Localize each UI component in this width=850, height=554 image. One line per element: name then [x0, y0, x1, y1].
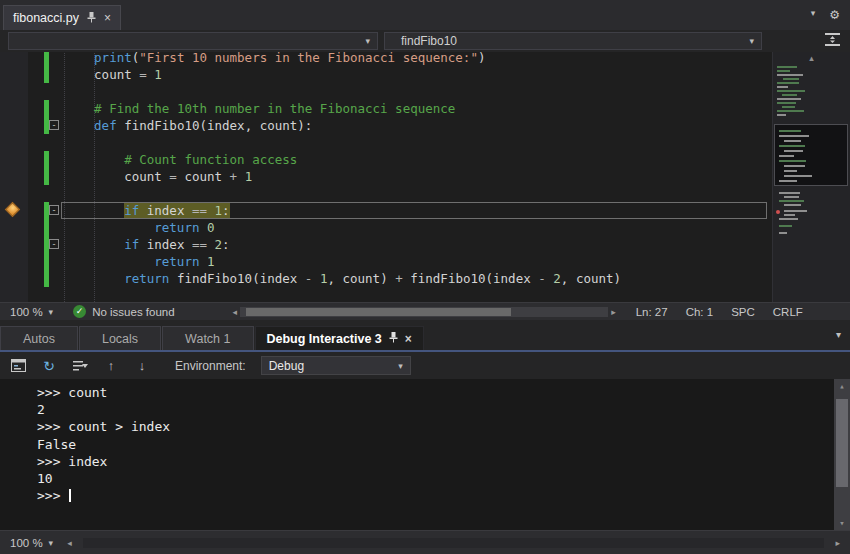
reset-repl-icon[interactable]: ↻ [41, 358, 57, 374]
fold-toggle-icon[interactable] [49, 205, 59, 215]
chevron-down-icon[interactable]: ▾ [811, 8, 816, 22]
editor-status-bar: 100 % ▾ ✓ No issues found ◂ ▸ Ln: 27 Ch:… [0, 302, 850, 320]
code-line[interactable]: print("First 10 numbers in the Fibonacci… [0, 52, 770, 66]
console-line: 2 [37, 402, 828, 419]
code-line[interactable]: if index == 1: [0, 202, 770, 219]
code-line[interactable]: # Count function access [0, 151, 770, 168]
code-line[interactable] [0, 83, 770, 100]
scrollbar-thumb[interactable] [246, 308, 511, 316]
window-controls: ▾ ⚙ [811, 8, 840, 22]
scroll-up-icon[interactable]: ▴ [834, 381, 850, 391]
environment-dropdown[interactable]: Debug ▾ [261, 356, 411, 375]
code-line-text: def findFibo10(index, count): [0, 117, 770, 134]
interactive-window-icon[interactable] [10, 358, 26, 374]
code-line[interactable]: def findFibo10(index, count): [0, 117, 770, 134]
issues-label: No issues found [92, 306, 174, 318]
change-indicator [44, 100, 49, 117]
pin-icon[interactable] [389, 331, 398, 346]
code-line[interactable] [0, 287, 770, 302]
interactive-console[interactable]: >>> count2>>> count > indexFalse>>> inde… [0, 379, 850, 530]
horizontal-scrollbar[interactable] [83, 538, 825, 548]
issues-indicator[interactable]: ✓ No issues found [73, 305, 174, 318]
minimap-line [779, 200, 804, 202]
change-indicator [44, 52, 49, 66]
minimap-line [779, 225, 792, 227]
history-next-icon[interactable]: ↓ [134, 358, 150, 374]
vertical-scrollbar[interactable]: ▴ ▾ [834, 379, 850, 530]
code-line[interactable]: count = 1 [0, 66, 770, 83]
minimap-line [777, 114, 786, 116]
code-editor[interactable]: print("First 10 numbers in the Fibonacci… [0, 52, 850, 302]
panel-tab-autos[interactable]: Autos [0, 326, 78, 350]
minimap-line [779, 160, 806, 162]
history-icon[interactable] [72, 358, 88, 374]
fold-toggle-icon[interactable] [49, 239, 59, 249]
code-line-text: return 1 [0, 253, 770, 270]
navigation-bar: ▾ findFibo10 ▾ [0, 30, 850, 52]
member-dropdown[interactable]: findFibo10 ▾ [384, 32, 762, 50]
panel-menu-chevron-icon[interactable]: ▾ [836, 329, 841, 340]
panel-tab-label: Debug Interactive 3 [267, 332, 382, 346]
history-previous-icon[interactable]: ↑ [103, 358, 119, 374]
code-line[interactable]: return 0 [0, 219, 770, 236]
panel-tab-debug-interactive-3[interactable]: Debug Interactive 3× [255, 326, 424, 350]
zoom-control[interactable]: 100 % ▾ [10, 306, 53, 318]
change-indicator [44, 168, 49, 185]
scroll-left-icon[interactable]: ◂ [67, 538, 72, 548]
gear-icon[interactable]: ⚙ [829, 8, 840, 22]
code-line-text: if index == 2: [0, 236, 770, 253]
minimap-breakpoint-dot [776, 210, 780, 214]
chevron-down-icon: ▾ [398, 361, 403, 371]
code-line[interactable]: if index == 2: [0, 236, 770, 253]
change-indicator [44, 66, 49, 83]
code-line[interactable]: count = count + 1 [0, 168, 770, 185]
minimap-line [782, 94, 797, 96]
zoom-control[interactable]: 100 % ▾ [10, 537, 53, 549]
code-line[interactable]: # Find the 10th number in the Fibonacci … [0, 100, 770, 117]
minimap-line [782, 106, 795, 108]
panel-tab-watch-1[interactable]: Watch 1 [162, 326, 253, 350]
console-line: >>> [37, 488, 828, 505]
split-editor-icon[interactable] [825, 32, 840, 50]
code-line-text: return findFibo10(index - 1, count) + fi… [0, 270, 770, 287]
fold-toggle-icon[interactable] [49, 120, 59, 130]
close-icon[interactable]: × [405, 332, 412, 346]
minimap-line [777, 86, 788, 88]
console-line: False [37, 437, 828, 454]
change-indicator [44, 219, 49, 236]
minimap-line [784, 204, 801, 206]
minimap[interactable]: ▴ [772, 52, 850, 302]
code-line[interactable]: return findFibo10(index - 1, count) + fi… [0, 270, 770, 287]
minimap-line [784, 165, 805, 167]
scrollbar-thumb[interactable] [836, 399, 848, 487]
check-icon: ✓ [73, 305, 86, 318]
code-line[interactable] [0, 185, 770, 202]
horizontal-scrollbar[interactable] [240, 307, 608, 317]
minimap-line [783, 78, 799, 80]
pin-icon[interactable] [87, 11, 96, 26]
document-tab-fibonacci[interactable]: fibonacci.py × [3, 5, 121, 30]
scroll-up-icon[interactable]: ▴ [773, 53, 850, 63]
minimap-line [784, 150, 803, 152]
code-line[interactable] [0, 134, 770, 151]
document-tab-title: fibonacci.py [13, 11, 79, 25]
scroll-left-icon[interactable]: ◂ [233, 307, 238, 317]
column-indicator: Ch: 1 [686, 306, 714, 318]
text-cursor [69, 489, 71, 502]
code-lines[interactable]: print("First 10 numbers in the Fibonacci… [0, 52, 770, 302]
code-line[interactable]: return 1 [0, 253, 770, 270]
minimap-line [777, 102, 796, 104]
minimap-line [784, 210, 807, 212]
close-icon[interactable]: × [104, 11, 111, 25]
console-line: >>> index [37, 454, 828, 471]
scroll-right-icon[interactable]: ▸ [835, 538, 840, 548]
minimap-line [779, 130, 801, 132]
minimap-line [784, 214, 795, 216]
scroll-down-icon[interactable]: ▾ [834, 518, 850, 528]
code-line-text: if index == 1: [0, 202, 770, 219]
chevron-down-icon: ▾ [365, 36, 370, 46]
console-output[interactable]: >>> count2>>> count > indexFalse>>> inde… [37, 385, 828, 505]
panel-tab-locals[interactable]: Locals [79, 326, 161, 350]
scope-dropdown[interactable]: ▾ [8, 32, 378, 50]
scroll-right-icon[interactable]: ▸ [611, 307, 616, 317]
